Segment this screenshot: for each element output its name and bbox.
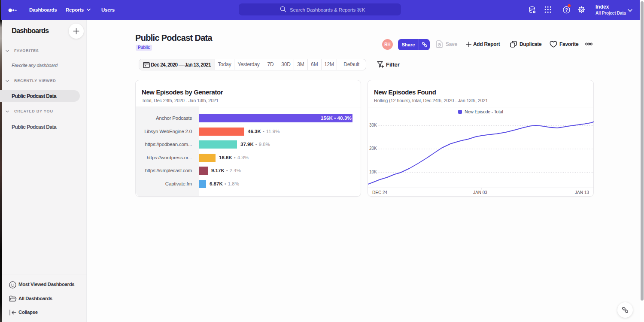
svg-text:?: ? xyxy=(565,7,568,12)
